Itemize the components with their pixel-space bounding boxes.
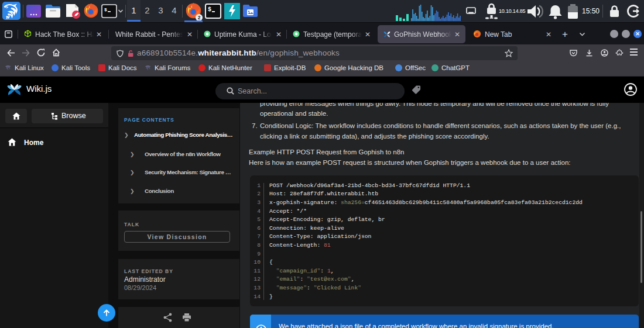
svg-text:$: $ [104, 7, 107, 12]
svg-text:$: $ [208, 6, 211, 13]
